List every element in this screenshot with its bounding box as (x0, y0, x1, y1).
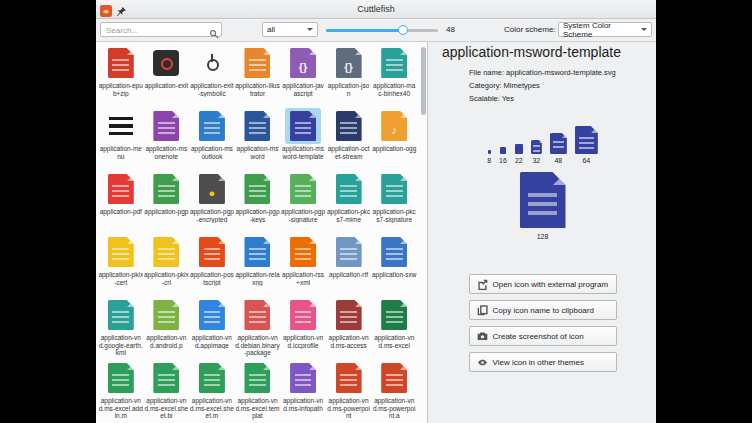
icon-grid-item[interactable]: application-rtf (326, 233, 372, 296)
icon-label: application-vnd.ms-excel.sheet.bi (144, 397, 189, 420)
icon-grid-item[interactable]: application-mac-binhex40 (371, 44, 417, 107)
icon-grid-item[interactable]: application-relaxng (235, 233, 281, 296)
icon-grid-item[interactable]: application-msword (235, 107, 281, 170)
search-icon (209, 25, 219, 43)
icon-label: application-menu (98, 145, 143, 160)
msword-template-preview-icon (531, 140, 542, 154)
icon-grid-item[interactable]: application-pkcs7-signature (371, 170, 417, 233)
icon-grid-item[interactable]: application-vnd.ms-powerpoint.a (371, 359, 417, 422)
icon-grid-item[interactable]: application-vnd.ms-powerpoint (326, 359, 372, 422)
icon-grid-item[interactable]: application-vnd.google-earth.kml (98, 296, 144, 359)
icon-grid-item[interactable]: application-pgp (144, 170, 190, 233)
search-field[interactable] (100, 22, 222, 37)
icon-grid-item[interactable]: application-pkix-crl (144, 233, 190, 296)
document-icon (290, 237, 316, 267)
document-icon (108, 300, 134, 330)
icon-grid-item[interactable]: application-pkcs7-mime (326, 170, 372, 233)
open-external-button[interactable]: Open icon with external program (469, 274, 617, 294)
icon-grid-item[interactable]: application-vnd.appimage (189, 296, 235, 359)
large-size-label: 128 (537, 233, 549, 240)
icon-grid: application-epub+zipapplication-exitappl… (98, 44, 417, 423)
icon-grid-item[interactable]: application-exit (144, 44, 190, 107)
filter-dropdown[interactable]: all (262, 22, 318, 37)
document-icon (244, 237, 270, 267)
icon-grid-item[interactable]: application-pdf (98, 170, 144, 233)
icon-size-slider[interactable] (326, 23, 438, 37)
button-label: View icon in other themes (493, 358, 584, 367)
glyph: {} (336, 56, 362, 78)
detail-title: application-msword-template (442, 44, 621, 60)
scrollbar[interactable] (421, 44, 426, 421)
document-icon (244, 174, 270, 204)
icon-grid-item[interactable]: application-postscript (189, 233, 235, 296)
power-symbolic-icon (200, 51, 224, 75)
icon-grid-item[interactable]: application-pkix-cert (98, 233, 144, 296)
icon-grid-item[interactable]: application-pgp-signature (280, 170, 326, 233)
icon-grid-item[interactable]: application-octet-stream (326, 107, 372, 170)
copy-name-button[interactable]: Copy icon name to clipboard (469, 300, 617, 320)
icon-grid-item[interactable]: application-msword-template (280, 107, 326, 170)
msword-template-preview-icon (550, 133, 567, 154)
application-menu-icon (103, 108, 139, 144)
icon-grid-item[interactable]: application-vnd.ms-access (326, 296, 372, 359)
detail-panel: application-msword-template File name: a… (429, 42, 656, 423)
view-themes-button[interactable]: View icon in other themes (469, 352, 617, 372)
document-icon (381, 363, 407, 393)
action-buttons: Open icon with external program Copy ico… (429, 274, 656, 372)
icon-label: application-vnd.ms-powerpoint.a (372, 397, 417, 420)
slider-handle[interactable] (398, 25, 408, 35)
icon-grid-item[interactable]: {}application-json (326, 44, 372, 107)
icon-grid-item[interactable]: application-rss+xml (280, 233, 326, 296)
icon-grid-item[interactable]: application-vnd.ms-infopath (280, 359, 326, 422)
icon-grid-item[interactable]: ♪application-ogg (371, 107, 417, 170)
document-icon (336, 174, 362, 204)
icon-grid-item[interactable]: application-vnd.ms-excel.sheet.bi (144, 359, 190, 422)
icon-label: application-relaxng (235, 271, 280, 286)
scrollbar-thumb[interactable] (421, 47, 426, 115)
icon-grid-item[interactable]: application-vnd.ms-excel.sheet.m (189, 359, 235, 422)
application-vnd.ms-access-icon (331, 297, 367, 333)
icon-grid-item[interactable]: application-vnd.ms-excel.templat (235, 359, 281, 422)
icon-grid-item[interactable]: application-pgp-keys (235, 170, 281, 233)
color-scheme-dropdown[interactable]: System Color Scheme (558, 22, 652, 37)
icon-grid-item[interactable]: application-exit-symbolic (189, 44, 235, 107)
icon-grid-item[interactable]: application-epub+zip (98, 44, 144, 107)
document-icon (153, 111, 179, 141)
icon-grid-item[interactable]: ●application-pgp-encrypted (189, 170, 235, 233)
application-vnd.ms-excel.addin.m-icon (103, 360, 139, 396)
icon-grid-item[interactable]: application-vnd.ms-excel (371, 296, 417, 359)
titlebar[interactable]: Cuttlefish (96, 0, 656, 19)
icon-grid-item[interactable]: application-vnd.android.p (144, 296, 190, 359)
icon-label: application-postscript (189, 271, 234, 286)
icon-label: application-sxw (372, 271, 417, 279)
document-icon (108, 48, 134, 78)
icon-grid-item[interactable]: application-vnd.debian.binary-package (235, 296, 281, 359)
icon-grid-item[interactable]: application-menu (98, 107, 144, 170)
icon-label: application-pgp-keys (235, 208, 280, 223)
icon-grid-item[interactable]: {}application-javascript (280, 44, 326, 107)
icon-label: application-pkix-cert (98, 271, 143, 286)
size-preview-64: 64 (575, 126, 598, 164)
icon-label: application-vnd.google-earth.kml (98, 334, 143, 357)
icon-label: application-vnd.ms-powerpoint (326, 397, 371, 420)
screenshot-button[interactable]: Create screenshot of icon (469, 326, 617, 346)
icon-grid-item[interactable]: application-msonenote (144, 107, 190, 170)
icon-grid-item[interactable]: application-vnd.iccprofile (280, 296, 326, 359)
icon-grid-item[interactable]: application-sxw (371, 233, 417, 296)
icon-size-value: 48 (446, 22, 455, 37)
icon-label: application-msoutlook (189, 145, 234, 160)
power-icon (153, 50, 179, 76)
icon-grid-item[interactable]: application-illustrator (235, 44, 281, 107)
application-pgp-keys-icon (239, 171, 275, 207)
document-icon (381, 174, 407, 204)
search-input[interactable] (104, 23, 208, 38)
application-vnd.ms-powerpoint.a-icon (376, 360, 412, 396)
icon-grid-item[interactable]: application-vnd.ms-excel.addin.m (98, 359, 144, 422)
document-icon (199, 237, 225, 267)
icon-grid-item[interactable]: application-msoutlook (189, 107, 235, 170)
eye-icon (477, 357, 488, 368)
application-pdf-icon (103, 171, 139, 207)
document-icon: ● (199, 174, 225, 204)
document-icon (290, 300, 316, 330)
application-vnd.google-earth.kml-icon (103, 297, 139, 333)
